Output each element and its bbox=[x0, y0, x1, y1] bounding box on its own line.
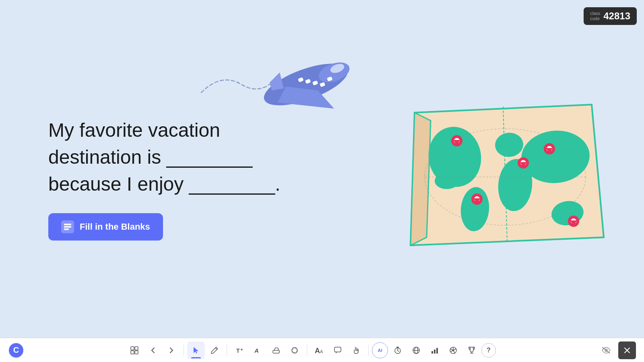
svg-text:A: A bbox=[315, 347, 320, 354]
svg-rect-45 bbox=[131, 351, 134, 354]
classkick-logo: C bbox=[9, 343, 23, 358]
svg-rect-42 bbox=[64, 228, 69, 230]
toolbar: C bbox=[0, 338, 644, 362]
trophy-button[interactable] bbox=[463, 341, 481, 359]
fill-in-blanks-button[interactable]: Fill in the Blanks bbox=[48, 213, 163, 241]
svg-rect-54 bbox=[293, 348, 297, 352]
wheel-button[interactable] bbox=[444, 341, 462, 359]
svg-text:T: T bbox=[236, 348, 240, 354]
svg-rect-44 bbox=[135, 347, 138, 350]
text-line3: because I enjoy ________. bbox=[48, 171, 280, 197]
map-illustration bbox=[398, 101, 612, 253]
font-size-button[interactable]: A A bbox=[310, 341, 328, 359]
toolbar-separator-1 bbox=[184, 345, 184, 356]
svg-text:A: A bbox=[254, 347, 259, 354]
main-area: class code 42813 bbox=[0, 0, 644, 338]
class-code-number: 42813 bbox=[603, 10, 630, 22]
svg-line-61 bbox=[398, 351, 399, 352]
grid-view-button[interactable] bbox=[126, 341, 143, 359]
add-text-button[interactable]: T bbox=[230, 341, 248, 359]
svg-rect-40 bbox=[64, 224, 71, 225]
text-line1: My favorite vacation bbox=[48, 117, 280, 144]
toolbar-right bbox=[597, 341, 636, 359]
class-code-label: class code bbox=[590, 11, 600, 21]
draw-tool-button[interactable] bbox=[206, 341, 223, 359]
svg-text:A: A bbox=[320, 349, 323, 354]
svg-rect-66 bbox=[431, 351, 433, 354]
ai-assistant-button[interactable]: AI bbox=[372, 342, 388, 358]
svg-line-47 bbox=[215, 348, 217, 350]
svg-rect-68 bbox=[436, 348, 438, 354]
svg-rect-46 bbox=[135, 351, 138, 354]
fill-blanks-label: Fill in the Blanks bbox=[80, 222, 150, 232]
timer-button[interactable] bbox=[389, 341, 407, 359]
svg-point-75 bbox=[452, 350, 454, 351]
hand-tool-button[interactable] bbox=[347, 341, 365, 359]
forward-button[interactable] bbox=[163, 341, 180, 359]
globe-button[interactable] bbox=[407, 341, 425, 359]
svg-point-17 bbox=[435, 173, 459, 189]
toolbar-separator-2 bbox=[227, 345, 227, 356]
svg-rect-41 bbox=[64, 226, 71, 228]
comment-button[interactable] bbox=[329, 341, 347, 359]
svg-marker-12 bbox=[411, 113, 431, 245]
toolbar-center: T A bbox=[24, 341, 597, 359]
main-text-block: My favorite vacation destination is ____… bbox=[48, 117, 280, 198]
shape-tool-button[interactable] bbox=[286, 341, 303, 359]
airplane-svg bbox=[246, 40, 366, 121]
help-button[interactable]: ? bbox=[481, 343, 496, 358]
svg-rect-43 bbox=[131, 347, 134, 350]
exit-button[interactable] bbox=[618, 341, 636, 359]
text-style-button[interactable]: A bbox=[249, 341, 266, 359]
fill-blanks-icon bbox=[61, 220, 74, 233]
toolbar-separator-4 bbox=[368, 345, 369, 356]
select-tool-button[interactable] bbox=[187, 341, 205, 359]
chart-button[interactable] bbox=[426, 341, 444, 359]
hide-button[interactable] bbox=[597, 341, 615, 359]
svg-rect-67 bbox=[434, 350, 436, 354]
eraser-tool-button[interactable] bbox=[267, 341, 285, 359]
toolbar-left: C bbox=[8, 342, 24, 358]
text-line2: destination is ________ bbox=[48, 144, 280, 171]
back-button[interactable] bbox=[144, 341, 162, 359]
toolbar-separator-3 bbox=[307, 345, 307, 356]
svg-rect-57 bbox=[334, 347, 341, 352]
logo-button[interactable]: C bbox=[8, 342, 24, 358]
svg-marker-5 bbox=[270, 72, 284, 90]
svg-marker-58 bbox=[336, 352, 337, 354]
svg-rect-62 bbox=[396, 347, 399, 348]
world-map-svg bbox=[398, 101, 612, 253]
svg-rect-52 bbox=[273, 350, 279, 353]
class-code-badge: class code 42813 bbox=[584, 7, 637, 25]
